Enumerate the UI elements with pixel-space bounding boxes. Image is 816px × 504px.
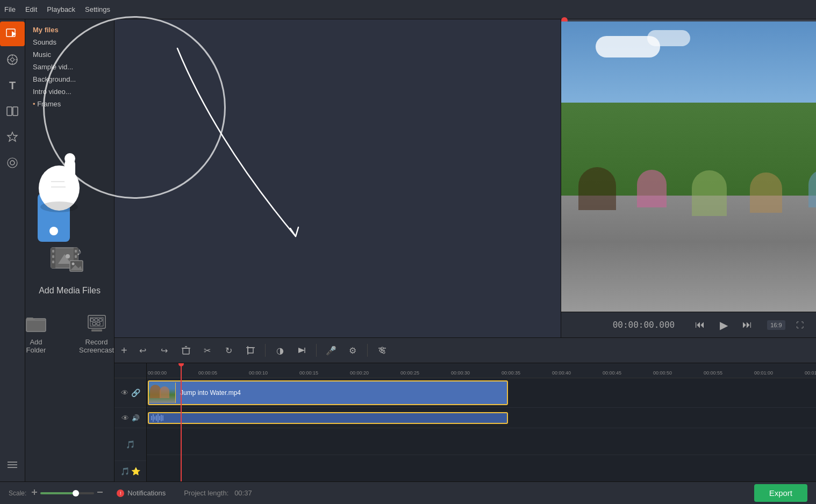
add-folder-button[interactable]: AddFolder xyxy=(25,313,47,354)
svg-point-11 xyxy=(8,158,17,168)
settings-button[interactable]: ⚙ xyxy=(343,341,362,359)
ruler-mark-12: 00:01:00 xyxy=(754,370,773,376)
media-sidebar-intro-videos[interactable]: Intro video... xyxy=(25,85,114,98)
add-folder-label: AddFolder xyxy=(26,338,46,354)
delete-button[interactable] xyxy=(177,341,195,359)
video-preview: 00:00:00.000 ⏮ ▶ ⏭ 16:9 ⛶ 00:00:33 ► xyxy=(561,19,816,337)
svg-rect-39 xyxy=(183,348,189,354)
track3-star-icon: ⭐ xyxy=(131,467,140,476)
media-sidebar-sample-videos[interactable]: Sample vid... xyxy=(25,61,114,73)
notifications-dot: ! xyxy=(117,489,124,497)
cut-button[interactable]: ✂ xyxy=(198,341,217,359)
svg-rect-19 xyxy=(52,255,54,258)
ruler-mark-6: 00:00:30 xyxy=(451,370,470,376)
skip-forward-button[interactable]: ⏭ xyxy=(738,316,756,334)
svg-marker-45 xyxy=(298,348,305,353)
timeline-area: 👁 🔗 👁 🔊 🎵 🎵 ⭐ xyxy=(114,363,816,481)
playback-time: 00:00:00.000 xyxy=(613,320,675,330)
export-button[interactable]: Export xyxy=(754,484,807,502)
svg-rect-42 xyxy=(248,348,253,353)
svg-rect-55 xyxy=(97,492,103,493)
sidebar-item-effects[interactable] xyxy=(0,47,25,72)
svg-rect-7 xyxy=(7,107,12,116)
brightness-button[interactable]: ◑ xyxy=(271,341,289,359)
sidebar-item-equalizer[interactable] xyxy=(0,452,25,477)
menu-file[interactable]: File xyxy=(4,5,16,13)
menu-edit[interactable]: Edit xyxy=(25,5,37,13)
svg-point-25 xyxy=(66,254,70,258)
ruler-mark-4: 00:00:20 xyxy=(350,370,369,376)
notifications-button[interactable]: ! Notifications xyxy=(112,487,170,499)
ruler-mark-8: 00:00:40 xyxy=(552,370,571,376)
media-sidebar-my-files[interactable]: My files xyxy=(25,24,114,36)
aspect-ratio-badge[interactable]: 16:9 xyxy=(767,320,785,330)
speed-button[interactable] xyxy=(292,341,311,359)
status-bar: Scale: ! Notifications Project length: 0… xyxy=(0,481,816,504)
track2-eye-icon[interactable]: 👁 xyxy=(121,414,129,422)
track1-lock-icon[interactable]: 🔗 xyxy=(131,388,140,397)
media-sidebar-sounds[interactable]: Sounds xyxy=(25,36,114,48)
rotate-button[interactable]: ↻ xyxy=(220,341,238,359)
sidebar-item-import[interactable] xyxy=(0,21,25,46)
play-button[interactable]: ▶ xyxy=(714,316,733,334)
media-sidebar: My files Sounds Music Sample vid... Back… xyxy=(25,19,114,114)
add-media-section: ♪ Add Media Files A xyxy=(25,114,114,481)
svg-point-51 xyxy=(380,349,382,351)
add-media-icon: ♪ xyxy=(48,242,91,279)
playhead[interactable] xyxy=(181,363,182,481)
notifications-label: Notifications xyxy=(127,489,166,497)
track1-eye-icon[interactable]: 👁 xyxy=(121,388,128,397)
scale-control: Scale: xyxy=(9,488,104,498)
fullscreen-button[interactable]: ⛶ xyxy=(791,316,809,334)
video-clip[interactable]: Jump into Water.mp4 xyxy=(148,380,508,405)
ruler-mark-5: 00:00:25 xyxy=(400,370,419,376)
media-sidebar-backgrounds[interactable]: Background... xyxy=(25,73,114,85)
svg-rect-20 xyxy=(52,261,54,263)
clip-label: Jump into Water.mp4 xyxy=(176,389,245,397)
undo-button[interactable]: ↩ xyxy=(134,341,152,359)
skip-back-button[interactable]: ⏮ xyxy=(691,316,709,334)
timeline-left-panel: 👁 🔗 👁 🔊 🎵 🎵 ⭐ xyxy=(114,363,147,481)
sidebar-item-titles[interactable]: T xyxy=(0,73,25,98)
scale-slider-thumb[interactable] xyxy=(73,490,79,496)
svg-rect-36 xyxy=(99,319,102,321)
svg-marker-9 xyxy=(8,132,17,141)
ruler-mark-1: 00:00:05 xyxy=(198,370,217,376)
redo-button[interactable]: ↪ xyxy=(155,341,174,359)
record-screencast-button[interactable]: RecordScreencast xyxy=(79,313,114,354)
menu-playback[interactable]: Playback xyxy=(47,5,75,13)
add-track-plus[interactable]: + xyxy=(121,344,127,357)
menu-bar: File Edit Playback Settings xyxy=(0,0,816,19)
svg-rect-37 xyxy=(92,322,96,325)
svg-rect-54 xyxy=(34,489,35,495)
add-media-files-button[interactable]: ♪ Add Media Files xyxy=(39,242,101,297)
svg-point-10 xyxy=(10,161,15,165)
media-panel: My files Sounds Music Sample vid... Back… xyxy=(25,19,114,481)
sidebar-item-pan[interactable] xyxy=(0,150,25,175)
scale-label: Scale: xyxy=(9,489,26,497)
filters-button[interactable] xyxy=(373,341,391,359)
media-sidebar-music[interactable]: Music xyxy=(25,48,114,61)
svg-point-52 xyxy=(383,351,385,354)
svg-rect-38 xyxy=(97,322,100,325)
menu-settings[interactable]: Settings xyxy=(85,5,110,13)
svg-rect-34 xyxy=(90,319,94,321)
add-audio-track-icon[interactable]: 🎵 xyxy=(126,440,135,449)
scale-slider[interactable] xyxy=(40,492,94,494)
media-sidebar-frames[interactable]: Frames xyxy=(25,98,114,110)
left-icon-bar: T xyxy=(0,19,25,481)
track3-icon: 🎵 xyxy=(120,467,130,476)
scale-min-icon[interactable] xyxy=(31,488,38,498)
track2-mute-icon[interactable]: 🔊 xyxy=(132,414,140,422)
audio-clip[interactable]: // Generate waveform bars inline xyxy=(148,412,508,424)
svg-point-28 xyxy=(71,262,74,265)
timeline-right-panel: 00:00:00 00:00:05 00:00:10 00:00:15 xyxy=(147,363,816,481)
crop-button[interactable] xyxy=(241,341,260,359)
audio-record-button[interactable]: 🎤 xyxy=(322,341,340,359)
sidebar-item-transitions[interactable] xyxy=(0,99,25,124)
ruler-mark-0: 00:00:00 xyxy=(148,370,167,376)
svg-marker-1 xyxy=(12,31,16,37)
ruler-mark-2: 00:00:10 xyxy=(249,370,268,376)
sidebar-item-stickers[interactable] xyxy=(0,125,25,149)
scale-max-icon[interactable] xyxy=(96,488,104,498)
